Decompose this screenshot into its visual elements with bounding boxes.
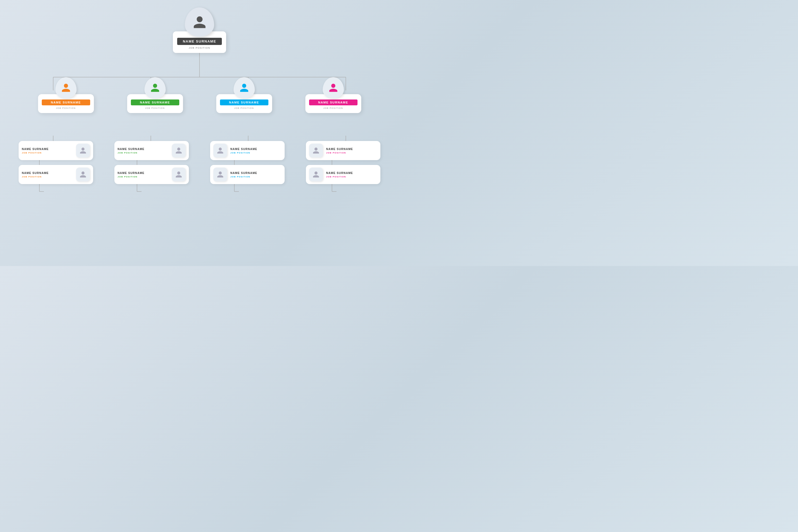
l2-name-bar-pink: NAME SURNAME bbox=[309, 99, 358, 105]
l2-person-icon-green bbox=[150, 83, 160, 93]
l3-person-icon-orange-1 bbox=[79, 147, 87, 154]
l3-person-icon-orange-2 bbox=[79, 171, 87, 178]
root-position: JOB POSITION bbox=[177, 46, 222, 49]
l3-person-icon-green-2 bbox=[175, 171, 183, 178]
l2-position-green: JOB POSITION bbox=[131, 107, 179, 109]
l3-position-pink-2: JOB POSITION bbox=[326, 175, 377, 178]
l3-position-blue-2: JOB POSITION bbox=[230, 175, 281, 178]
l2-avatar-green bbox=[145, 77, 166, 98]
l3-node-blue-1: NAME SURNAME JOB POSITION bbox=[210, 141, 285, 160]
l3-position-green-1: JOB POSITION bbox=[118, 152, 169, 154]
l3-avatar-orange-1 bbox=[76, 144, 90, 157]
l3-text-orange-1: NAME SURNAME JOB POSITION bbox=[22, 147, 73, 154]
l3-text-blue-2: NAME SURNAME JOB POSITION bbox=[230, 171, 281, 178]
l3-avatar-green-2 bbox=[172, 168, 186, 182]
l3-person-icon-blue-1 bbox=[216, 147, 224, 154]
level3-container: NAME SURNAME JOB POSITION NAME SURNAME J… bbox=[0, 141, 399, 184]
level2-container: NAME SURNAME JOB POSITION NAME SURNAME J… bbox=[0, 77, 399, 113]
l3-node-orange-1: NAME SURNAME JOB POSITION bbox=[19, 141, 93, 160]
l2-node-orange: NAME SURNAME JOB POSITION bbox=[38, 77, 94, 113]
l3-avatar-pink-1 bbox=[309, 144, 323, 157]
l3-name-blue-1: NAME SURNAME bbox=[230, 147, 281, 151]
l3-col-green: NAME SURNAME JOB POSITION NAME SURNAME J… bbox=[114, 141, 189, 184]
l2-avatar-orange bbox=[55, 77, 77, 98]
l3-text-green-2: NAME SURNAME JOB POSITION bbox=[118, 171, 169, 178]
l2-person-icon-orange bbox=[61, 83, 71, 93]
l3-name-orange-1: NAME SURNAME bbox=[22, 147, 73, 151]
l3-position-green-2: JOB POSITION bbox=[118, 175, 169, 178]
l2-name-bar-orange: NAME SURNAME bbox=[42, 99, 90, 105]
l2-node-green: NAME SURNAME JOB POSITION bbox=[127, 77, 183, 113]
l3-person-icon-blue-2 bbox=[216, 171, 224, 178]
l3-col-orange: NAME SURNAME JOB POSITION NAME SURNAME J… bbox=[19, 141, 93, 184]
root-name-bar: NAME SURNAME bbox=[177, 38, 222, 45]
l3-position-blue-1: JOB POSITION bbox=[230, 152, 281, 154]
l2-node-blue: NAME SURNAME JOB POSITION bbox=[216, 77, 272, 113]
l3-position-pink-1: JOB POSITION bbox=[326, 152, 377, 154]
l3-name-green-1: NAME SURNAME bbox=[118, 147, 169, 151]
l3-name-pink-1: NAME SURNAME bbox=[326, 147, 377, 151]
l2-position-blue: JOB POSITION bbox=[220, 107, 268, 109]
l3-name-green-2: NAME SURNAME bbox=[118, 171, 169, 174]
l3-position-orange-1: JOB POSITION bbox=[22, 152, 73, 154]
l3-person-icon-pink-1 bbox=[312, 147, 320, 154]
l3-avatar-orange-2 bbox=[76, 168, 90, 182]
l3-text-blue-1: NAME SURNAME JOB POSITION bbox=[230, 147, 281, 154]
l3-col-blue: NAME SURNAME JOB POSITION NAME SURNAME J… bbox=[210, 141, 285, 184]
l3-avatar-pink-2 bbox=[309, 168, 323, 182]
org-chart: NAME SURNAME JOB POSITION NAME SURNAME J… bbox=[0, 0, 399, 266]
l3-avatar-green-1 bbox=[172, 144, 186, 157]
l3-avatar-blue-2 bbox=[213, 168, 227, 182]
l3-node-orange-2: NAME SURNAME JOB POSITION bbox=[19, 165, 93, 184]
l3-person-icon-green-1 bbox=[175, 147, 183, 154]
l3-text-orange-2: NAME SURNAME JOB POSITION bbox=[22, 171, 73, 178]
l3-node-green-1: NAME SURNAME JOB POSITION bbox=[114, 141, 189, 160]
l2-name-bar-blue: NAME SURNAME bbox=[220, 99, 268, 105]
l3-col-pink: NAME SURNAME JOB POSITION NAME SURNAME J… bbox=[306, 141, 380, 184]
l2-position-orange: JOB POSITION bbox=[42, 107, 90, 109]
l2-avatar-pink bbox=[323, 77, 344, 98]
l3-position-orange-2: JOB POSITION bbox=[22, 175, 73, 178]
l3-text-green-1: NAME SURNAME JOB POSITION bbox=[118, 147, 169, 154]
l2-person-icon-blue bbox=[239, 83, 249, 93]
l2-avatar-blue bbox=[233, 77, 255, 98]
l3-text-pink-1: NAME SURNAME JOB POSITION bbox=[326, 147, 377, 154]
l3-avatar-blue-1 bbox=[213, 144, 227, 157]
l3-node-blue-2: NAME SURNAME JOB POSITION bbox=[210, 165, 285, 184]
l3-node-green-2: NAME SURNAME JOB POSITION bbox=[114, 165, 189, 184]
root-avatar bbox=[185, 7, 214, 37]
l3-name-blue-2: NAME SURNAME bbox=[230, 171, 281, 174]
l2-person-icon-pink bbox=[328, 83, 338, 93]
l3-node-pink-1: NAME SURNAME JOB POSITION bbox=[306, 141, 380, 160]
l3-person-icon-pink-2 bbox=[312, 171, 320, 178]
root-person-icon bbox=[192, 15, 207, 30]
l3-name-orange-2: NAME SURNAME bbox=[22, 171, 73, 174]
l2-position-pink: JOB POSITION bbox=[309, 107, 358, 109]
l2-name-bar-green: NAME SURNAME bbox=[131, 99, 179, 105]
l3-text-pink-2: NAME SURNAME JOB POSITION bbox=[326, 171, 377, 178]
l3-name-pink-2: NAME SURNAME bbox=[326, 171, 377, 174]
l3-node-pink-2: NAME SURNAME JOB POSITION bbox=[306, 165, 380, 184]
root-node: NAME SURNAME JOB POSITION bbox=[173, 7, 226, 53]
l2-node-pink: NAME SURNAME JOB POSITION bbox=[305, 77, 361, 113]
